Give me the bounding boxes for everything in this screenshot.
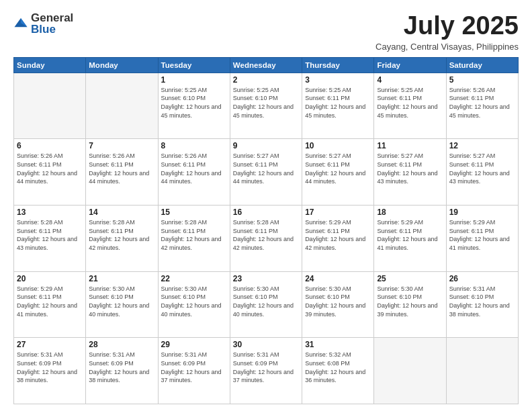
calendar-cell: 1Sunrise: 5:25 AM Sunset: 6:10 PM Daylig… (158, 73, 230, 139)
logo-blue: Blue (31, 24, 73, 35)
calendar-cell: 12Sunrise: 5:27 AM Sunset: 6:11 PM Dayli… (446, 139, 518, 205)
day-info: Sunrise: 5:31 AM Sunset: 6:10 PM Dayligh… (449, 285, 515, 318)
day-info: Sunrise: 5:29 AM Sunset: 6:11 PM Dayligh… (17, 285, 83, 318)
day-info: Sunrise: 5:25 AM Sunset: 6:10 PM Dayligh… (161, 86, 227, 120)
page: General Blue July 2025 Cayang, Central V… (0, 0, 532, 411)
day-info: Sunrise: 5:28 AM Sunset: 6:11 PM Dayligh… (89, 218, 154, 252)
day-info: Sunrise: 5:26 AM Sunset: 6:11 PM Dayligh… (17, 152, 83, 185)
day-number: 12 (449, 141, 515, 150)
day-number: 26 (449, 274, 515, 283)
calendar-cell (86, 73, 158, 139)
calendar-body: 1Sunrise: 5:25 AM Sunset: 6:10 PM Daylig… (14, 73, 519, 404)
day-number: 11 (377, 141, 443, 150)
subtitle: Cayang, Central Visayas, Philippines (375, 42, 519, 52)
day-number: 19 (449, 208, 515, 217)
weekday-header: Tuesday (158, 57, 230, 73)
day-number: 13 (17, 208, 83, 217)
day-info: Sunrise: 5:31 AM Sunset: 6:09 PM Dayligh… (161, 351, 227, 384)
day-number: 1 (161, 75, 227, 85)
day-number: 7 (89, 141, 154, 150)
calendar-cell: 13Sunrise: 5:28 AM Sunset: 6:11 PM Dayli… (14, 205, 86, 272)
day-info: Sunrise: 5:26 AM Sunset: 6:11 PM Dayligh… (89, 152, 154, 185)
day-number: 8 (161, 141, 227, 150)
day-info: Sunrise: 5:29 AM Sunset: 6:11 PM Dayligh… (449, 218, 515, 252)
day-info: Sunrise: 5:32 AM Sunset: 6:08 PM Dayligh… (305, 351, 371, 384)
title-block: July 2025 Cayang, Central Visayas, Phili… (375, 12, 519, 52)
day-number: 22 (161, 274, 227, 283)
day-number: 3 (305, 75, 371, 85)
calendar-cell: 6Sunrise: 5:26 AM Sunset: 6:11 PM Daylig… (14, 139, 86, 205)
calendar-cell: 8Sunrise: 5:26 AM Sunset: 6:11 PM Daylig… (158, 139, 230, 205)
calendar: SundayMondayTuesdayWednesdayThursdayFrid… (13, 57, 519, 404)
day-info: Sunrise: 5:28 AM Sunset: 6:11 PM Dayligh… (17, 218, 83, 252)
day-number: 27 (17, 340, 83, 349)
header: General Blue July 2025 Cayang, Central V… (13, 12, 519, 52)
weekday-header: Sunday (14, 57, 86, 73)
calendar-cell: 23Sunrise: 5:30 AM Sunset: 6:10 PM Dayli… (230, 271, 302, 338)
calendar-cell: 17Sunrise: 5:29 AM Sunset: 6:11 PM Dayli… (302, 205, 374, 272)
day-info: Sunrise: 5:28 AM Sunset: 6:11 PM Dayligh… (161, 218, 227, 252)
day-info: Sunrise: 5:30 AM Sunset: 6:10 PM Dayligh… (377, 285, 443, 318)
weekday-row: SundayMondayTuesdayWednesdayThursdayFrid… (14, 57, 519, 73)
calendar-cell: 24Sunrise: 5:30 AM Sunset: 6:10 PM Dayli… (302, 271, 374, 338)
day-number: 20 (17, 274, 83, 283)
day-number: 25 (377, 274, 443, 283)
day-info: Sunrise: 5:30 AM Sunset: 6:10 PM Dayligh… (161, 285, 227, 318)
day-info: Sunrise: 5:30 AM Sunset: 6:10 PM Dayligh… (89, 285, 154, 318)
calendar-cell: 28Sunrise: 5:31 AM Sunset: 6:09 PM Dayli… (86, 338, 158, 404)
day-number: 15 (161, 208, 227, 217)
calendar-week: 27Sunrise: 5:31 AM Sunset: 6:09 PM Dayli… (14, 338, 519, 404)
calendar-header: SundayMondayTuesdayWednesdayThursdayFrid… (14, 57, 519, 73)
logo-icon (13, 16, 28, 31)
calendar-cell: 10Sunrise: 5:27 AM Sunset: 6:11 PM Dayli… (302, 139, 374, 205)
calendar-cell (374, 338, 446, 404)
logo-text: General Blue (31, 12, 73, 35)
day-number: 23 (233, 274, 299, 283)
calendar-cell: 2Sunrise: 5:25 AM Sunset: 6:10 PM Daylig… (230, 73, 302, 139)
day-info: Sunrise: 5:25 AM Sunset: 6:11 PM Dayligh… (305, 86, 371, 120)
calendar-cell: 14Sunrise: 5:28 AM Sunset: 6:11 PM Dayli… (86, 205, 158, 272)
calendar-cell: 22Sunrise: 5:30 AM Sunset: 6:10 PM Dayli… (158, 271, 230, 338)
day-info: Sunrise: 5:30 AM Sunset: 6:10 PM Dayligh… (305, 285, 371, 318)
calendar-week: 20Sunrise: 5:29 AM Sunset: 6:11 PM Dayli… (14, 271, 519, 338)
logo: General Blue (13, 12, 73, 35)
calendar-cell: 9Sunrise: 5:27 AM Sunset: 6:11 PM Daylig… (230, 139, 302, 205)
calendar-week: 6Sunrise: 5:26 AM Sunset: 6:11 PM Daylig… (14, 139, 519, 205)
calendar-cell: 21Sunrise: 5:30 AM Sunset: 6:10 PM Dayli… (86, 271, 158, 338)
day-number: 28 (89, 340, 154, 349)
day-info: Sunrise: 5:31 AM Sunset: 6:09 PM Dayligh… (233, 351, 299, 384)
day-number: 4 (377, 75, 443, 85)
day-info: Sunrise: 5:31 AM Sunset: 6:09 PM Dayligh… (17, 351, 83, 384)
day-info: Sunrise: 5:27 AM Sunset: 6:11 PM Dayligh… (305, 152, 371, 185)
calendar-cell: 5Sunrise: 5:26 AM Sunset: 6:11 PM Daylig… (446, 73, 518, 139)
calendar-cell: 29Sunrise: 5:31 AM Sunset: 6:09 PM Dayli… (158, 338, 230, 404)
logo-general: General (31, 12, 73, 24)
calendar-cell: 25Sunrise: 5:30 AM Sunset: 6:10 PM Dayli… (374, 271, 446, 338)
calendar-cell: 4Sunrise: 5:25 AM Sunset: 6:11 PM Daylig… (374, 73, 446, 139)
calendar-cell: 18Sunrise: 5:29 AM Sunset: 6:11 PM Dayli… (374, 205, 446, 272)
day-info: Sunrise: 5:26 AM Sunset: 6:11 PM Dayligh… (161, 152, 227, 185)
day-number: 17 (305, 208, 371, 217)
day-number: 2 (233, 75, 299, 85)
day-info: Sunrise: 5:28 AM Sunset: 6:11 PM Dayligh… (233, 218, 299, 252)
calendar-week: 13Sunrise: 5:28 AM Sunset: 6:11 PM Dayli… (14, 205, 519, 272)
day-number: 29 (161, 340, 227, 349)
day-number: 5 (449, 75, 515, 85)
day-number: 14 (89, 208, 154, 217)
month-title: July 2025 (375, 12, 519, 40)
day-info: Sunrise: 5:27 AM Sunset: 6:11 PM Dayligh… (377, 152, 443, 185)
calendar-cell: 27Sunrise: 5:31 AM Sunset: 6:09 PM Dayli… (14, 338, 86, 404)
calendar-week: 1Sunrise: 5:25 AM Sunset: 6:10 PM Daylig… (14, 73, 519, 139)
day-number: 6 (17, 141, 83, 150)
day-info: Sunrise: 5:27 AM Sunset: 6:11 PM Dayligh… (449, 152, 515, 185)
day-info: Sunrise: 5:25 AM Sunset: 6:11 PM Dayligh… (377, 86, 443, 120)
calendar-cell (446, 338, 518, 404)
calendar-cell: 31Sunrise: 5:32 AM Sunset: 6:08 PM Dayli… (302, 338, 374, 404)
calendar-cell: 16Sunrise: 5:28 AM Sunset: 6:11 PM Dayli… (230, 205, 302, 272)
weekday-header: Wednesday (230, 57, 302, 73)
calendar-cell: 30Sunrise: 5:31 AM Sunset: 6:09 PM Dayli… (230, 338, 302, 404)
day-number: 30 (233, 340, 299, 349)
day-info: Sunrise: 5:27 AM Sunset: 6:11 PM Dayligh… (233, 152, 299, 185)
day-info: Sunrise: 5:29 AM Sunset: 6:11 PM Dayligh… (305, 218, 371, 252)
day-number: 16 (233, 208, 299, 217)
